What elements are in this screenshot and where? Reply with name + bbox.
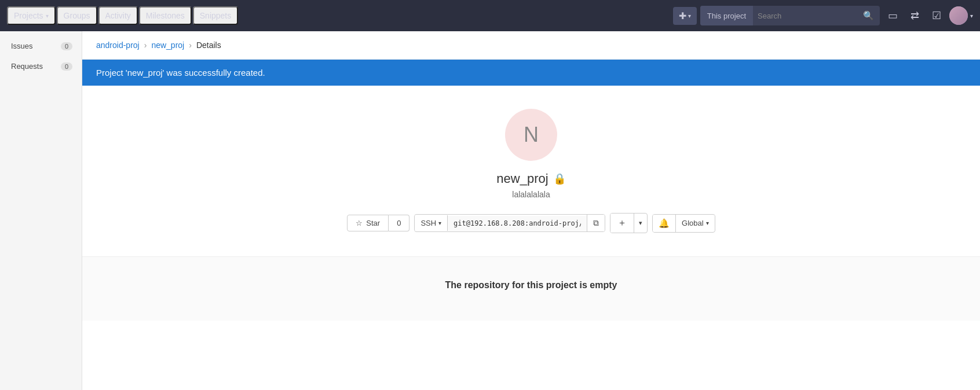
avatar (949, 6, 968, 25)
plus-icon: ✚ (679, 10, 686, 21)
groups-nav-item[interactable]: Groups (57, 6, 97, 25)
action-bar: ☆ Star 0 SSH ▾ ⧉ (347, 213, 715, 233)
project-header: N new_proj 🔒 lalalalalala ☆ Star 0 (82, 86, 980, 256)
merge-requests-button[interactable]: ⇄ (906, 6, 924, 25)
add-group: ＋ ▾ (610, 213, 648, 233)
groups-label: Groups (64, 11, 90, 20)
notification-level-label: Global (682, 219, 704, 227)
empty-repo-title: The repository for this project is empty (96, 280, 966, 290)
merge-icon: ⇄ (910, 9, 919, 22)
flash-message: Project 'new_proj' was successfully crea… (82, 60, 980, 86)
sidebar-icon: ▭ (888, 9, 898, 22)
sidebar: Issues 0 Requests 0 (0, 31, 82, 390)
requests-label: Requests (11, 62, 43, 71)
search-input[interactable] (753, 8, 857, 24)
project-name: new_proj (496, 171, 548, 186)
todos-button[interactable]: ☑ (927, 6, 946, 25)
star-button[interactable]: ☆ Star (347, 215, 389, 231)
breadcrumb-sep-1: › (144, 41, 147, 50)
activity-nav-item[interactable]: Activity (98, 6, 138, 25)
search-icon: 🔍 (863, 10, 874, 20)
ssh-chevron-icon: ▾ (438, 220, 441, 226)
notification-bell-button[interactable]: 🔔 (653, 215, 676, 232)
main-content: android-proj › new_proj › Details Projec… (82, 31, 980, 390)
project-title: new_proj 🔒 (496, 171, 565, 186)
breadcrumb-child[interactable]: new_proj (151, 41, 184, 50)
user-chevron-icon: ▾ (970, 13, 973, 19)
flash-text: Project 'new_proj' was successfully crea… (96, 68, 265, 78)
page-layout: Issues 0 Requests 0 android-proj › new_p… (0, 31, 980, 390)
project-namespace: lalalalalala (512, 190, 550, 199)
search-scope-button[interactable]: This project (700, 6, 753, 25)
check-icon: ☑ (932, 9, 941, 22)
sidebar-item-requests[interactable]: Requests 0 (0, 56, 82, 76)
issues-count: 0 (61, 42, 72, 50)
notification-group: 🔔 Global ▾ (652, 214, 715, 233)
empty-repo-section: The repository for this project is empty (82, 256, 980, 321)
copy-url-button[interactable]: ⧉ (587, 215, 605, 231)
add-main-button[interactable]: ＋ (610, 214, 634, 233)
add-chevron-icon: ▾ (688, 13, 691, 19)
star-label: Star (366, 219, 380, 227)
breadcrumb-sep-2: › (189, 41, 192, 50)
issues-label: Issues (11, 42, 33, 50)
star-count: 0 (389, 215, 409, 231)
nav-right: ✚ ▾ This project 🔍 ▭ ⇄ ☑ ▾ (673, 6, 973, 25)
ssh-url-input[interactable] (448, 216, 587, 231)
add-dropdown-chevron-icon: ▾ (639, 219, 642, 226)
global-add-button[interactable]: ✚ ▾ (673, 7, 697, 25)
nav-left: Projects ▾ Groups Activity Milestones Sn… (7, 6, 671, 25)
user-menu-button[interactable]: ▾ (949, 6, 973, 25)
breadcrumb: android-proj › new_proj › Details (82, 31, 980, 60)
search-submit-button[interactable]: 🔍 (857, 7, 880, 24)
star-group: ☆ Star 0 (347, 215, 409, 231)
bell-icon: 🔔 (659, 218, 670, 228)
projects-label: Projects (14, 11, 43, 20)
search-container: This project 🔍 (700, 6, 880, 25)
sidebar-item-issues[interactable]: Issues 0 (0, 36, 82, 56)
add-icon: ＋ (617, 218, 627, 227)
project-avatar-letter: N (524, 123, 539, 147)
ssh-group: SSH ▾ ⧉ (414, 214, 605, 232)
add-dropdown-button[interactable]: ▾ (634, 216, 647, 230)
notif-chevron-icon: ▾ (706, 220, 709, 226)
project-avatar: N (505, 109, 557, 161)
avatar-image (949, 6, 968, 25)
copy-icon: ⧉ (593, 218, 599, 227)
snippets-label: Snippets (200, 11, 231, 20)
sidebar-toggle-button[interactable]: ▭ (883, 6, 902, 25)
lock-icon: 🔒 (553, 172, 566, 185)
activity-label: Activity (105, 11, 131, 20)
breadcrumb-parent[interactable]: android-proj (96, 41, 140, 50)
star-icon: ☆ (356, 219, 363, 227)
ssh-button[interactable]: SSH ▾ (415, 215, 448, 231)
requests-count: 0 (61, 62, 72, 71)
snippets-nav-item[interactable]: Snippets (193, 6, 238, 25)
projects-nav-item[interactable]: Projects ▾ (7, 6, 56, 25)
breadcrumb-current: Details (196, 41, 221, 50)
milestones-nav-item[interactable]: Milestones (139, 6, 192, 25)
projects-chevron-icon: ▾ (46, 13, 49, 19)
notification-level-button[interactable]: Global ▾ (676, 215, 715, 231)
ssh-label: SSH (420, 219, 436, 227)
top-navigation: Projects ▾ Groups Activity Milestones Sn… (0, 0, 980, 31)
milestones-label: Milestones (146, 11, 185, 20)
